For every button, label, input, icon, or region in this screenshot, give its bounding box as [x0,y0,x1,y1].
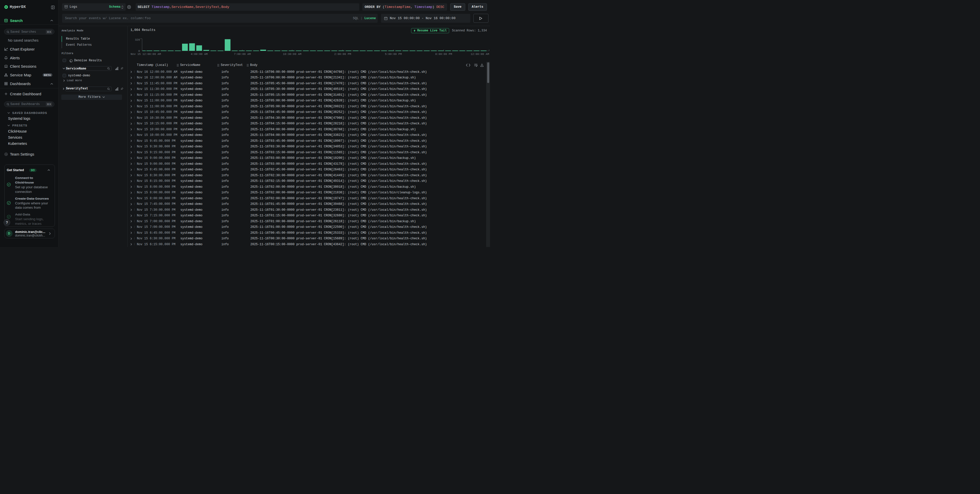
svg-text:8:00:00 PM: 8:00:00 PM [435,53,452,56]
svg-text:4:00:00 AM: 4:00:00 AM [191,53,207,56]
svg-text:0: 0 [138,49,140,53]
svg-text:Nov 15 12:00:00 AM: Nov 15 12:00:00 AM [130,53,161,56]
svg-text:10:30:00 AM: 10:30:00 AM [283,53,301,56]
svg-text:320: 320 [135,38,140,41]
svg-text:12:00:00 AM: 12:00:00 AM [470,53,489,56]
svg-text:5:00:00 PM: 5:00:00 PM [385,53,402,56]
svg-text:2:00:00 PM: 2:00:00 PM [334,53,351,56]
svg-text:7:00:00 AM: 7:00:00 AM [234,53,250,56]
